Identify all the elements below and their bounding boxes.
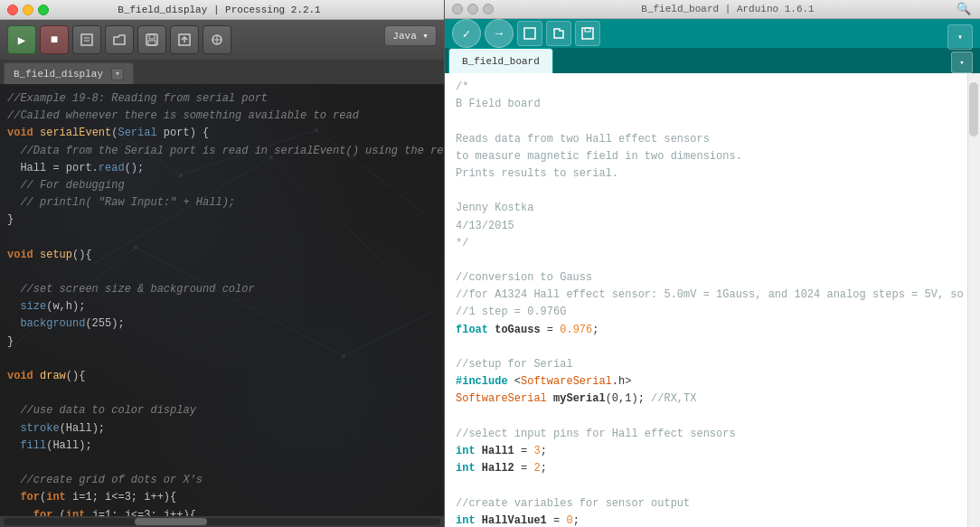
right-tab-dropdown[interactable]: ▾ [951, 52, 973, 73]
right-scroll-thumb[interactable] [969, 82, 978, 136]
right-window-title: B_field_board | Arduino 1.6.1 [501, 4, 955, 14]
right-file-tab[interactable]: B_field_board [448, 48, 553, 73]
right-tab-label: B_field_board [462, 56, 540, 67]
left-code-area[interactable]: //Example 19-8: Reading from serial port… [0, 85, 444, 516]
right-maximize-button[interactable] [483, 4, 494, 14]
java-label: Java ▾ [392, 30, 429, 42]
svg-rect-25 [582, 28, 593, 39]
left-toolbar: ▶ ■ Java ▾ [0, 20, 444, 60]
verify-button[interactable]: ✓ [452, 19, 481, 48]
search-icon[interactable]: 🔍 [955, 0, 973, 18]
right-vertical-scrollbar[interactable] [967, 73, 980, 527]
svg-rect-0 [81, 34, 92, 45]
left-panel: B_field_display | Processing 2.2.1 ▶ ■ J… [0, 0, 445, 527]
arduino-open-button[interactable] [546, 21, 571, 46]
right-toolbar: ✓ → ▾ [445, 19, 980, 48]
left-tab-bar: B_field_display ▾ [0, 60, 444, 85]
run-button[interactable]: ▶ [7, 25, 36, 54]
right-code-area[interactable]: /* B Field board Reads data from two Hal… [445, 73, 967, 527]
right-code-wrapper: /* B Field board Reads data from two Hal… [445, 73, 980, 527]
file-tab[interactable]: B_field_display ▾ [4, 62, 134, 84]
right-minimize-button[interactable] [467, 4, 478, 14]
scrollbar-track [4, 518, 440, 525]
export-button[interactable] [170, 25, 199, 54]
save-button[interactable] [137, 25, 166, 54]
arduino-toolbar-dropdown[interactable]: ▾ [947, 24, 973, 50]
left-titlebar: B_field_display | Processing 2.2.1 [0, 0, 444, 20]
svg-rect-24 [524, 28, 535, 39]
window-title: B_field_display | Processing 2.2.1 [2, 5, 437, 15]
upload-button[interactable]: → [485, 19, 514, 48]
right-titlebar: B_field_board | Arduino 1.6.1 🔍 [445, 0, 980, 19]
java-dropdown[interactable]: Java ▾ [384, 25, 437, 46]
tab-label: B_field_display [14, 69, 103, 80]
right-tab-bar: B_field_board ▾ [445, 48, 980, 73]
tab-dropdown-arrow[interactable]: ▾ [111, 68, 124, 80]
right-code-content: /* B Field board Reads data from two Hal… [456, 79, 956, 527]
right-traffic-lights [452, 4, 494, 14]
left-horizontal-scrollbar[interactable] [0, 516, 444, 527]
open-button[interactable] [105, 25, 134, 54]
code-content: //Example 19-8: Reading from serial port… [7, 90, 437, 516]
new-button[interactable] [72, 25, 101, 54]
right-close-button[interactable] [452, 4, 463, 14]
arduino-new-button[interactable] [517, 21, 542, 46]
stop-button[interactable]: ■ [40, 25, 69, 54]
scrollbar-thumb[interactable] [135, 518, 207, 525]
serial-button[interactable] [203, 25, 231, 54]
arduino-save-button[interactable] [575, 21, 600, 46]
right-panel: B_field_board | Arduino 1.6.1 🔍 ✓ → ▾ B_… [445, 0, 980, 527]
